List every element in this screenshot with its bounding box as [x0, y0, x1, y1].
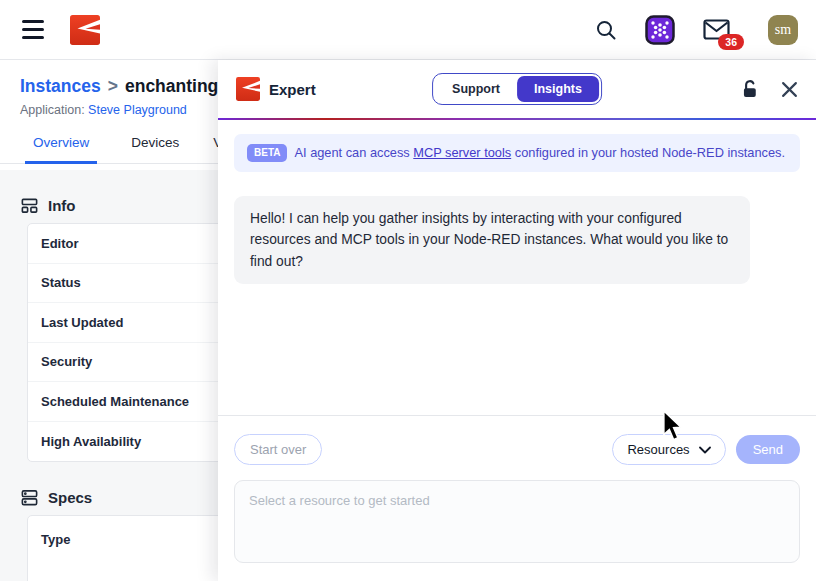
user-avatar[interactable]: sm: [768, 15, 798, 45]
expert-title-label: Expert: [269, 81, 316, 98]
application-label: Application:: [20, 103, 85, 117]
unlock-icon[interactable]: [740, 78, 761, 100]
resources-dropdown[interactable]: Resources: [612, 434, 725, 465]
flowfuse-logo[interactable]: [70, 15, 100, 45]
info-section-title: Info: [48, 197, 76, 214]
resources-dropdown-label: Resources: [627, 442, 689, 457]
close-icon[interactable]: [781, 81, 798, 98]
specs-server-icon: [20, 488, 39, 507]
application-name-link[interactable]: Steve Playground: [88, 103, 187, 117]
expert-title: Expert: [236, 77, 316, 101]
breadcrumb-instances-link[interactable]: Instances: [20, 76, 101, 96]
start-over-button[interactable]: Start over: [234, 434, 322, 465]
expert-panel: Expert Support Insights BETAAI agent can…: [218, 60, 816, 581]
expert-mode-toggle: Support Insights: [432, 73, 602, 105]
breadcrumb-instance-name: enchanting-: [125, 76, 224, 96]
info-grid-icon: [20, 196, 39, 215]
flowfuse-logo-icon: [70, 15, 100, 45]
tab-overview[interactable]: Overview: [25, 135, 97, 164]
admin-apps-icon[interactable]: [645, 15, 675, 45]
beta-banner: BETAAI agent can access MCP server tools…: [234, 134, 800, 172]
beta-badge: BETA: [247, 144, 287, 162]
unread-count-badge: 36: [718, 34, 744, 50]
chat-footer: Start over Resources Send: [218, 415, 816, 581]
beta-text-after: configured in your hosted Node-RED insta…: [511, 145, 785, 160]
search-icon[interactable]: [595, 19, 617, 41]
specs-section-title: Specs: [48, 489, 92, 506]
tab-insights[interactable]: Insights: [517, 76, 599, 102]
tab-devices[interactable]: Devices: [131, 135, 179, 163]
assistant-message: Hello! I can help you gather insights by…: [234, 196, 750, 284]
top-navbar: 36 sm: [0, 0, 816, 60]
beta-text-before: AI agent can access: [294, 145, 413, 160]
hamburger-menu-icon[interactable]: [18, 16, 48, 43]
expert-panel-header: Expert Support Insights: [218, 60, 816, 118]
tab-support[interactable]: Support: [435, 76, 517, 102]
notifications-mail-icon[interactable]: 36: [703, 19, 730, 40]
send-button[interactable]: Send: [736, 435, 800, 464]
breadcrumb-separator: >: [108, 76, 118, 96]
expert-flowfuse-icon: [236, 77, 260, 101]
mcp-server-tools-link[interactable]: MCP server tools: [413, 145, 511, 160]
chevron-down-icon: [699, 446, 711, 454]
chat-input[interactable]: [234, 480, 800, 563]
chat-messages-area: BETAAI agent can access MCP server tools…: [218, 120, 816, 415]
